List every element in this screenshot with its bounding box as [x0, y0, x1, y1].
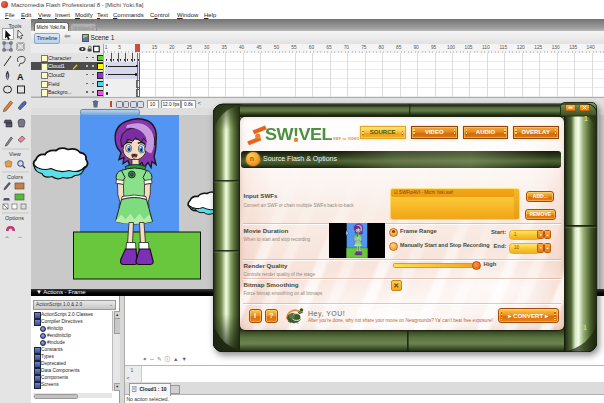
svg-text:View: View — [9, 151, 21, 157]
svg-text:1: 1 — [583, 324, 587, 331]
svg-text:Options: Options — [5, 215, 24, 221]
svg-text:Colors: Colors — [7, 174, 23, 180]
svg-text:A: A — [17, 72, 24, 82]
svg-text:1: 1 — [584, 115, 588, 122]
